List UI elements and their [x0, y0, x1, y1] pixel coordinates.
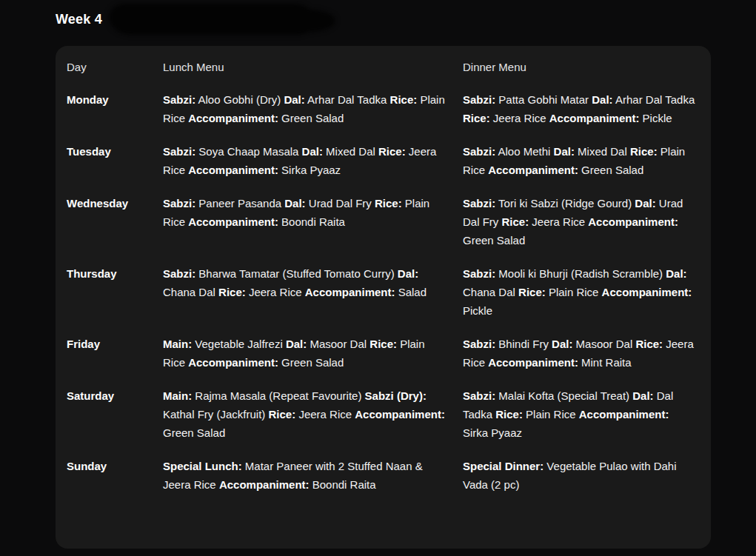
lunch-menu-cell: Special Lunch: Matar Paneer with 2 Stuff… — [163, 457, 463, 494]
table-row: Friday Main: Vegetable Jalfrezi Dal: Mas… — [56, 328, 711, 380]
lunch-menu-cell: Main: Vegetable Jalfrezi Dal: Masoor Dal… — [163, 335, 463, 372]
table-row: Monday Sabzi: Aloo Gobhi (Dry) Dal: Arha… — [56, 84, 711, 135]
day-cell: Wednesday — [67, 194, 163, 249]
table-row: Sunday Special Lunch: Matar Paneer with … — [56, 450, 711, 502]
column-header-dinner: Dinner Menu — [463, 58, 700, 76]
day-cell: Saturday — [67, 386, 163, 442]
table-row: Saturday Main: Rajma Masala (Repeat Favo… — [56, 380, 711, 450]
column-header-lunch: Lunch Menu — [163, 58, 463, 76]
lunch-menu-cell: Main: Rajma Masala (Repeat Favourite) Sa… — [163, 386, 463, 442]
redaction-smudge — [109, 4, 315, 35]
table-row: Thursday Sabzi: Bharwa Tamatar (Stuffed … — [56, 258, 711, 328]
table-row: Tuesday Sabzi: Soya Chaap Masala Dal: Mi… — [56, 135, 711, 187]
lunch-menu-cell: Sabzi: Aloo Gobhi (Dry) Dal: Arhar Dal T… — [163, 90, 463, 127]
table-header-row: Day Lunch Menu Dinner Menu — [56, 46, 711, 84]
dinner-menu-cell: Special Dinner: Vegetable Pulao with Dah… — [463, 457, 700, 494]
day-cell: Thursday — [67, 264, 163, 320]
dinner-menu-cell: Sabzi: Tori ki Sabzi (Ridge Gourd) Dal: … — [463, 194, 700, 249]
day-cell: Tuesday — [67, 142, 163, 179]
dinner-menu-cell: Sabzi: Patta Gobhi Matar Dal: Arhar Dal … — [463, 90, 700, 127]
day-cell: Friday — [67, 335, 163, 372]
lunch-menu-cell: Sabzi: Paneer Pasanda Dal: Urad Dal Fry … — [163, 194, 463, 249]
lunch-menu-cell: Sabzi: Soya Chaap Masala Dal: Mixed Dal … — [163, 142, 463, 179]
dinner-menu-cell: Sabzi: Aloo Methi Dal: Mixed Dal Rice: P… — [463, 142, 700, 179]
lunch-menu-cell: Sabzi: Bharwa Tamatar (Stuffed Tomato Cu… — [163, 264, 463, 320]
dinner-menu-cell: Sabzi: Bhindi Fry Dal: Masoor Dal Rice: … — [463, 335, 700, 372]
table-row: Wednesday Sabzi: Paneer Pasanda Dal: Ura… — [56, 187, 711, 258]
column-header-day: Day — [67, 58, 163, 76]
dinner-menu-cell: Sabzi: Malai Kofta (Special Treat) Dal: … — [463, 386, 700, 442]
page-title: Week 4 — [56, 12, 102, 27]
day-cell: Monday — [67, 90, 163, 127]
day-cell: Sunday — [67, 457, 163, 494]
table-body: Monday Sabzi: Aloo Gobhi (Dry) Dal: Arha… — [56, 84, 711, 502]
dinner-menu-cell: Sabzi: Mooli ki Bhurji (Radish Scramble)… — [463, 264, 700, 320]
page: Week 4 Day Lunch Menu Dinner Menu Monday… — [0, 0, 756, 556]
weekly-menu-card: Day Lunch Menu Dinner Menu Monday Sabzi:… — [56, 46, 711, 549]
